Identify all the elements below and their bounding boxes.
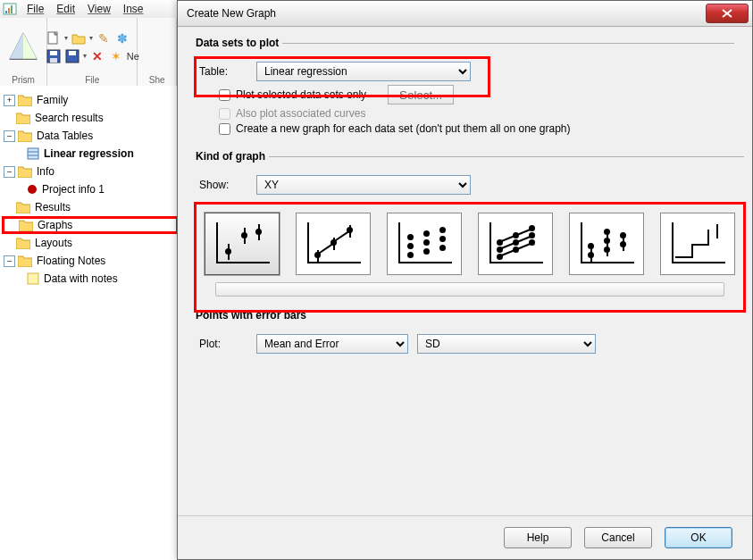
folder-icon	[16, 237, 30, 249]
select-datasets-button: Select...	[388, 85, 454, 104]
tree-results[interactable]: Results	[33, 200, 72, 214]
menu-file[interactable]: File	[21, 1, 49, 17]
delete-x-icon[interactable]: ✕	[89, 48, 105, 64]
ribbon: Prism ▾ ▾ ✎ ✽ ▾ ✕	[0, 18, 177, 87]
dialog-footer: Help Cancel OK	[178, 515, 752, 559]
checkbox-plot-selected[interactable]: Plot selected data sets only Select...	[219, 85, 731, 104]
tree-graphs: Graphs	[36, 218, 74, 232]
create-new-graph-dialog: Create New Graph Data sets to plot Table…	[177, 0, 753, 560]
cancel-button[interactable]: Cancel	[584, 527, 652, 548]
open-folder-icon[interactable]	[71, 30, 87, 46]
graph-type-strip	[199, 207, 740, 280]
tree-expand-icon[interactable]: +	[4, 95, 15, 106]
save-as-icon[interactable]	[64, 48, 80, 64]
tree-floating-notes[interactable]: Floating Notes	[35, 254, 107, 268]
note-icon	[27, 272, 39, 285]
strip-scrollbar[interactable]	[215, 282, 724, 297]
tree-data-with-notes[interactable]: Data with notes	[42, 272, 120, 286]
fieldset-kind: Kind of graph Show: XY	[196, 150, 744, 298]
menu-edit[interactable]: Edit	[51, 1, 80, 17]
fieldset-datasets: Data sets to plot Table: Linear regressi…	[196, 37, 734, 139]
svg-rect-18	[28, 273, 38, 284]
dialog-titlebar: Create New Graph	[178, 1, 752, 27]
show-select[interactable]: XY	[256, 175, 471, 195]
folder-icon	[16, 201, 30, 213]
svg-rect-1	[5, 11, 7, 13]
folder-icon	[18, 94, 32, 106]
tree-data-tables[interactable]: Data Tables	[35, 129, 95, 143]
checkbox-label: Also plot associated curves	[236, 107, 365, 120]
checkbox-label: Create a new graph for each data set (do…	[236, 122, 571, 135]
prism-logo-icon[interactable]	[5, 29, 41, 65]
info-dot-icon	[28, 185, 37, 194]
wand-icon[interactable]: ✎	[96, 30, 112, 46]
svg-rect-2	[8, 8, 10, 13]
menu-view[interactable]: View	[82, 1, 116, 17]
label-table: Table:	[199, 65, 247, 78]
svg-rect-11	[50, 51, 57, 55]
tree-project-info[interactable]: Project info 1	[40, 182, 106, 196]
navigator-tree: + Family Search results – Data Tables Li…	[0, 86, 181, 560]
folder-icon	[18, 165, 32, 178]
svg-rect-12	[50, 58, 57, 63]
fieldset-points: Points with error bars Plot: Mean and Er…	[196, 309, 734, 359]
ribbon-group-prism: Prism	[12, 74, 35, 86]
graphtype-replicate-error[interactable]	[569, 213, 644, 275]
graphtype-scatter-error[interactable]	[205, 213, 280, 275]
tree-collapse-icon[interactable]: –	[4, 255, 15, 267]
tree-collapse-icon[interactable]: –	[4, 166, 15, 178]
checkbox-also-associated: Also plot associated curves	[219, 107, 731, 120]
close-button[interactable]	[706, 4, 749, 23]
legend-datasets: Data sets to plot	[196, 37, 282, 49]
checkbox-label: Plot selected data sets only	[236, 88, 366, 101]
tree-layouts[interactable]: Layouts	[33, 236, 74, 250]
label-plot: Plot:	[199, 338, 247, 350]
legend-kind: Kind of graph	[196, 150, 269, 163]
menu-insert[interactable]: Inse	[118, 1, 149, 17]
plot-select[interactable]: Mean and Error	[256, 334, 408, 354]
tree-search-results[interactable]: Search results	[33, 111, 105, 125]
tree-graphs-row[interactable]: Graphs	[2, 216, 179, 234]
folder-icon	[16, 112, 30, 124]
checkbox-new-graph-each[interactable]: Create a new graph for each data set (do…	[219, 122, 731, 135]
ribbon-group-file: File	[85, 74, 99, 86]
app-icon	[3, 2, 17, 16]
checkbox-input	[219, 108, 230, 120]
folder-icon	[18, 255, 32, 267]
folder-icon	[18, 130, 32, 142]
folder-icon	[19, 219, 33, 231]
svg-rect-15	[28, 148, 38, 159]
snowflake-icon[interactable]: ✽	[114, 30, 130, 46]
label-show: Show:	[199, 179, 247, 191]
tree-info[interactable]: Info	[35, 164, 56, 179]
tree-family[interactable]: Family	[35, 93, 70, 107]
graphtype-line-error[interactable]	[296, 213, 371, 275]
ok-button[interactable]: OK	[665, 527, 732, 548]
graphtype-column-scatter[interactable]	[387, 213, 462, 275]
error-select[interactable]: SD	[417, 334, 596, 354]
tree-collapse-icon[interactable]: –	[4, 130, 15, 142]
save-icon[interactable]	[46, 48, 62, 64]
graphtype-replicate-line[interactable]	[478, 213, 553, 275]
datatable-icon	[27, 147, 39, 160]
ribbon-group-sheet: She	[149, 74, 165, 86]
legend-points: Points with error bars	[196, 309, 310, 322]
table-select[interactable]: Linear regression	[256, 62, 471, 81]
new-file-icon[interactable]	[46, 30, 62, 46]
dialog-title: Create New Graph	[187, 7, 706, 20]
graphtype-step[interactable]	[660, 213, 735, 275]
checkbox-input[interactable]	[219, 123, 230, 135]
close-icon	[722, 9, 732, 18]
svg-rect-14	[69, 51, 76, 55]
tree-linear-regression[interactable]: Linear regression	[42, 146, 136, 161]
help-button[interactable]: Help	[504, 527, 572, 548]
checkbox-input[interactable]	[219, 89, 230, 101]
star-new-icon[interactable]: ✶	[108, 48, 124, 64]
svg-rect-3	[11, 5, 13, 13]
